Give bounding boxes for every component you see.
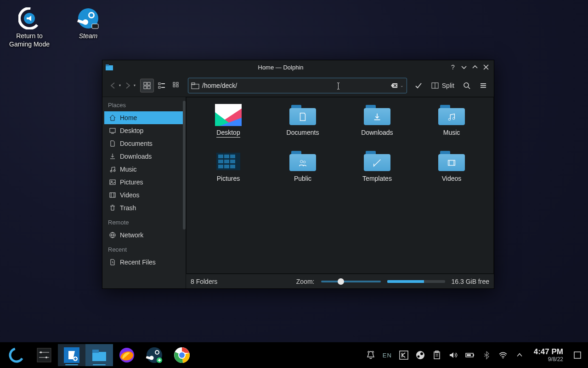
folder-music[interactable]: Music: [414, 104, 489, 150]
forward-button[interactable]: [121, 79, 135, 92]
address-dropdown[interactable]: ⌄: [400, 83, 404, 88]
free-space: 16.3 GiB free: [452, 278, 490, 285]
sidebar-item-videos[interactable]: Videos: [104, 189, 184, 201]
folder-videos[interactable]: Videos: [414, 150, 489, 196]
minimize-button[interactable]: [459, 62, 469, 72]
folder-label: Documents: [287, 129, 319, 136]
folder-icon: [289, 104, 316, 126]
svg-rect-73: [92, 350, 99, 353]
titlebar[interactable]: Home — Dolphin ?: [102, 60, 494, 74]
sidebar-item-music[interactable]: Music: [104, 163, 184, 176]
sidebar-item-downloads[interactable]: Downloads: [104, 150, 184, 163]
bluetooth-icon[interactable]: [481, 350, 492, 360]
taskbar-firefox[interactable]: [113, 344, 141, 366]
desktop-icon-steam[interactable]: Steam: [61, 7, 116, 40]
start-button[interactable]: [3, 344, 30, 366]
folder-icon: [438, 104, 465, 126]
icons-view-button[interactable]: [140, 79, 154, 92]
desktop-icon-return-gaming[interactable]: Return toGaming Mode: [2, 7, 57, 48]
taskbar-steam[interactable]: [141, 344, 168, 366]
tray-expand-icon[interactable]: [514, 350, 525, 360]
folder-label: Templates: [362, 175, 392, 182]
svg-line-29: [468, 87, 470, 89]
svg-rect-23: [176, 85, 178, 87]
pictures-thumb-icon: [215, 150, 242, 172]
svg-rect-96: [467, 354, 471, 356]
help-button[interactable]: ?: [448, 62, 458, 72]
svg-point-77: [156, 351, 158, 354]
sidebar-item-desktop[interactable]: Desktop: [104, 124, 184, 137]
sidebar-item-recent-files[interactable]: Recent Files: [104, 256, 184, 269]
accept-path-button[interactable]: [412, 79, 425, 92]
section-places: Places: [102, 97, 186, 111]
svg-rect-20: [173, 82, 175, 84]
disk-usage-bar[interactable]: [387, 280, 445, 283]
show-desktop-button[interactable]: [572, 350, 582, 360]
steam-tray-icon[interactable]: [415, 350, 425, 360]
notifications-icon[interactable]: [366, 350, 376, 360]
svg-point-83: [179, 352, 185, 358]
folder-label: Videos: [442, 175, 462, 182]
taskbar-chrome[interactable]: [168, 344, 196, 366]
svg-rect-86: [400, 351, 408, 359]
battery-icon[interactable]: [465, 350, 475, 360]
wifi-icon[interactable]: [498, 350, 508, 360]
clear-address-button[interactable]: [390, 81, 398, 90]
folder-pictures[interactable]: Pictures: [191, 150, 266, 196]
svg-rect-58: [230, 165, 235, 168]
compact-view-button[interactable]: [155, 79, 169, 92]
folder-desktop[interactable]: Desktop: [191, 104, 266, 150]
sidebar-scrollbar[interactable]: [183, 101, 186, 230]
taskbar-dolphin[interactable]: [85, 344, 113, 366]
svg-rect-19: [161, 87, 165, 88]
details-view-button[interactable]: [170, 79, 183, 92]
clipboard-icon[interactable]: [432, 350, 442, 360]
sidebar-item-documents[interactable]: Documents: [104, 137, 184, 150]
address-input[interactable]: [202, 82, 390, 89]
sidebar-item-pictures[interactable]: Pictures: [104, 176, 184, 189]
svg-rect-21: [173, 85, 175, 87]
folder-icon: [438, 150, 465, 172]
sidebar-item-label: Documents: [120, 140, 153, 147]
sidebar-item-trash[interactable]: Trash: [104, 201, 184, 214]
folder-label: Public: [294, 175, 311, 182]
address-bar[interactable]: ⌄: [188, 78, 407, 93]
item-count: 8 Folders: [191, 278, 217, 285]
back-button[interactable]: [106, 79, 120, 92]
folder-documents[interactable]: Documents: [266, 104, 340, 150]
taskbar-settings[interactable]: [30, 344, 58, 366]
sidebar-item-label: Home: [120, 114, 137, 121]
folder-downloads[interactable]: Downloads: [340, 104, 414, 150]
taskbar-discover[interactable]: [58, 344, 85, 366]
svg-rect-22: [176, 82, 178, 84]
system-tray: EN 4:47 PM 9/8/22: [366, 347, 585, 362]
krunner-icon[interactable]: [399, 350, 409, 360]
sidebar-item-label: Recent Files: [120, 259, 156, 266]
zoom-slider[interactable]: [321, 281, 381, 282]
desktop-icon-label: Return toGaming Mode: [9, 32, 50, 48]
volume-icon[interactable]: [448, 350, 458, 360]
close-button[interactable]: [481, 62, 491, 72]
svg-rect-65: [37, 348, 51, 362]
keyboard-layout[interactable]: EN: [382, 350, 392, 360]
sidebar-item-label: Network: [120, 231, 143, 239]
sidebar-item-network[interactable]: Network: [104, 229, 184, 242]
file-grid[interactable]: Desktop Documents: [186, 97, 494, 274]
svg-point-89: [417, 356, 419, 358]
search-button[interactable]: [460, 79, 474, 92]
clock[interactable]: 4:47 PM 9/8/22: [531, 347, 566, 362]
svg-rect-12: [144, 82, 147, 85]
folder-templates[interactable]: Templates: [340, 150, 414, 196]
sidebar-item-home[interactable]: Home: [104, 111, 184, 124]
split-view-button[interactable]: Split: [428, 79, 457, 92]
window-title: Home — Dolphin: [113, 64, 448, 71]
svg-rect-53: [218, 160, 223, 163]
svg-rect-2: [27, 17, 30, 19]
maximize-button[interactable]: [470, 62, 480, 72]
return-gaming-icon: [18, 7, 40, 29]
svg-point-48: [452, 117, 455, 120]
svg-point-97: [502, 357, 503, 359]
svg-rect-33: [110, 128, 115, 132]
hamburger-menu-button[interactable]: [476, 79, 490, 92]
folder-public[interactable]: Public: [266, 150, 340, 196]
